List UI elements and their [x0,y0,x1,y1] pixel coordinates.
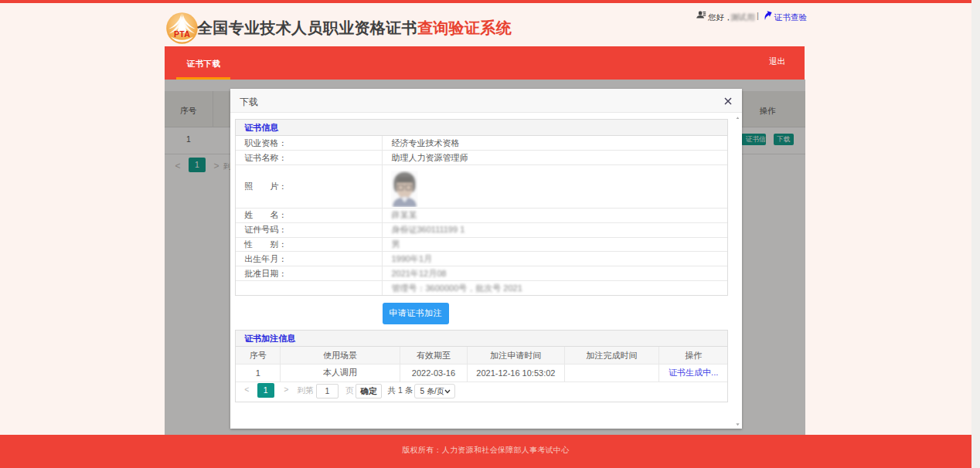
svg-text:PTA: PTA [174,29,190,39]
